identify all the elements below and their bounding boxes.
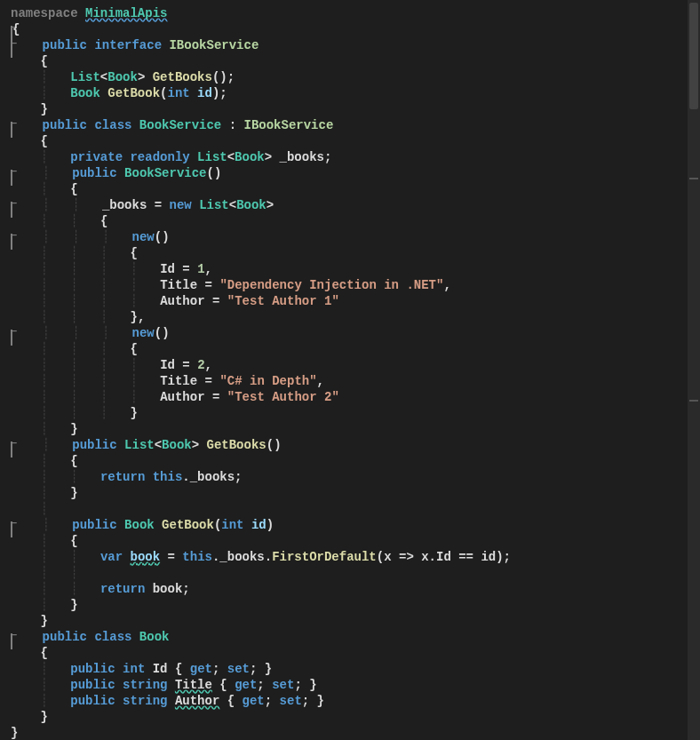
vertical-scrollbar[interactable] (688, 0, 700, 740)
code-line[interactable]: public class Book (0, 629, 700, 645)
code-line[interactable]: ┊ ┊ ┊ ┊ Author = "Test Author 1" (0, 293, 700, 309)
brace: { (100, 214, 107, 228)
keyword: string (123, 678, 167, 692)
keyword: set (272, 678, 294, 692)
code-line[interactable]: ┊ ┊ return this._books; (0, 469, 700, 485)
code-line[interactable]: ┊ Book GetBook(int id); (0, 85, 700, 101)
code-line[interactable]: ┊ ┊ ┊ { (0, 341, 700, 357)
brace: }, (131, 310, 146, 324)
code-line[interactable]: ┊ ┊ (0, 565, 700, 581)
code-line[interactable]: ┊ ┊ ┊ new() (0, 229, 700, 245)
keyword: readonly (130, 150, 189, 164)
string: "C# in Depth" (219, 374, 316, 388)
code-line[interactable]: } (0, 613, 700, 629)
keyword-namespace: namespace (11, 6, 78, 20)
keyword: public (70, 694, 115, 708)
code-line[interactable]: ┊ ┊ ┊ }, (0, 309, 700, 325)
code-editor[interactable]: namespace MinimalApis { public interface… (0, 0, 700, 740)
type: Book (235, 150, 265, 164)
code-line[interactable]: ┊ public string Title { get; set; } (0, 677, 700, 693)
op: = (175, 358, 197, 372)
type: Book (162, 438, 192, 452)
code-line[interactable]: public class BookService : IBookService (0, 117, 700, 133)
brace: { (41, 646, 48, 660)
keyword: new (132, 326, 155, 340)
op: = (147, 198, 169, 212)
code-line[interactable]: ┊ } (0, 485, 700, 501)
brace: { (131, 342, 138, 356)
keyword: return (100, 470, 145, 484)
type: Book (236, 198, 266, 212)
code-line[interactable]: ┊ { (0, 533, 700, 549)
code-line[interactable]: { (0, 133, 700, 149)
method: GetBooks (153, 70, 212, 84)
code-line[interactable]: ┊ public Book GetBook(int id) (0, 517, 700, 533)
keyword: public (72, 438, 116, 452)
type: List (124, 438, 155, 452)
code-line[interactable]: ┊ ┊ ┊ ┊ Id = 1, (0, 261, 700, 277)
keyword: get (190, 662, 212, 676)
brace: { (41, 134, 48, 148)
code-line[interactable]: { (0, 645, 700, 661)
keyword: class (94, 118, 131, 132)
code-line[interactable]: ┊ } (0, 597, 700, 613)
code-line[interactable]: ┊ ┊ ┊ new() (0, 325, 700, 341)
keyword: new (170, 198, 192, 212)
field: _books (280, 150, 324, 164)
number: 1 (197, 262, 204, 276)
punct: ; } (250, 662, 272, 676)
field: ._books. (212, 550, 272, 564)
keyword: int (221, 518, 243, 532)
code-line[interactable]: ┊ ┊ ┊ } (0, 405, 700, 421)
code-line[interactable]: ┊ (0, 501, 700, 517)
code-line[interactable]: ┊ ┊ ┊ ┊ Author = "Test Author 2" (0, 389, 700, 405)
string: "Test Author 1" (227, 294, 339, 308)
type: List (70, 70, 100, 84)
code-line[interactable]: ┊ public List<Book> GetBooks() (0, 437, 700, 453)
code-line[interactable]: ┊ ┊ ┊ ┊ Id = 2, (0, 357, 700, 373)
scrollbar-mark (689, 178, 698, 179)
code-line[interactable]: ┊ public string Author { get; set; } (0, 693, 700, 709)
string: "Test Author 2" (227, 390, 339, 404)
keyword: var (100, 550, 123, 564)
code-line[interactable]: namespace MinimalApis (0, 5, 700, 21)
code-line[interactable]: ┊ { (0, 453, 700, 469)
namespace-name: MinimalApis (85, 6, 167, 20)
code-line[interactable]: { (0, 21, 700, 37)
code-line[interactable]: ┊ { (0, 181, 700, 197)
keyword: class (94, 630, 131, 644)
code-line[interactable]: } (0, 709, 700, 725)
code-line[interactable]: } (0, 725, 700, 740)
prop: Title (160, 278, 197, 292)
punct: ; (257, 678, 272, 692)
scrollbar-thumb[interactable] (689, 3, 698, 109)
code-line[interactable]: ┊ ┊ _books = new List<Book> (0, 197, 700, 213)
code-line[interactable]: ┊ public BookService() (0, 165, 700, 181)
prop: Author (160, 294, 204, 308)
code-line[interactable]: ┊ ┊ ┊ ┊ Title = "C# in Depth", (0, 373, 700, 389)
string: "Dependency Injection in .NET" (219, 278, 443, 292)
punct: { (168, 662, 190, 676)
keyword: int (123, 662, 145, 676)
code-line[interactable]: public interface IBookService (0, 37, 700, 53)
field: ._books; (182, 470, 242, 484)
code-line[interactable]: ┊ public int Id { get; set; } (0, 661, 700, 677)
code-line[interactable]: ┊ ┊ ┊ ┊ Title = "Dependency Injection in… (0, 277, 700, 293)
code-line[interactable]: ┊ private readonly List<Book> _books; (0, 149, 700, 165)
code-line[interactable]: ┊ ┊ var book = this._books.FirstOrDefaul… (0, 549, 700, 565)
code-line[interactable]: ┊ } (0, 421, 700, 437)
op: = (205, 390, 227, 404)
keyword: return (100, 582, 145, 596)
prop: Title (160, 374, 197, 388)
brace: } (70, 422, 77, 436)
ctor: BookService (124, 166, 206, 180)
code-line[interactable]: } (0, 101, 700, 117)
punct: () (155, 326, 170, 340)
code-line[interactable]: ┊ List<Book> GetBooks(); (0, 69, 700, 85)
keyword: this (153, 470, 183, 484)
code-line[interactable]: ┊ ┊ ┊ { (0, 245, 700, 261)
code-line[interactable]: ┊ ┊ return book; (0, 581, 700, 597)
code-line[interactable]: ┊ ┊ { (0, 213, 700, 229)
keyword: public (43, 38, 87, 52)
code-line[interactable]: { (0, 53, 700, 69)
